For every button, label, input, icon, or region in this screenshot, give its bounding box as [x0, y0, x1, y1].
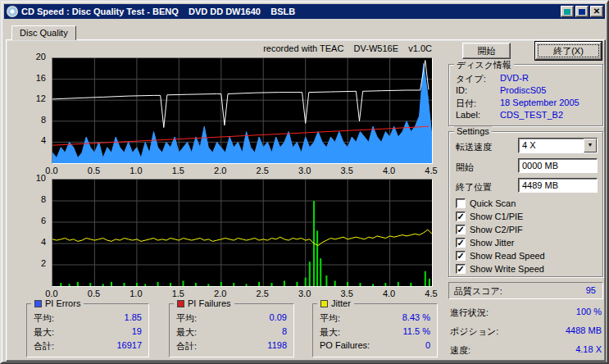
- x-tick-label: 3.5: [340, 289, 352, 298]
- x-tick-label: 3.0: [298, 289, 311, 298]
- stat-label: 合計:: [34, 340, 54, 354]
- pi-errors-legend-icon: [34, 300, 42, 307]
- speed-select[interactable]: 4 X ▼: [518, 138, 598, 153]
- stat-value: 16917: [116, 340, 142, 354]
- disc-type-label: タイプ:: [456, 73, 486, 85]
- stat-row: PO Failures:0: [313, 340, 437, 354]
- maximize-icon: [579, 9, 585, 15]
- checkbox-quick-scan[interactable]: Quick Scan: [456, 198, 516, 208]
- tab-label: Disc Quality: [20, 28, 68, 38]
- y-tick-label: 2: [41, 258, 46, 268]
- y-tick-label: 16: [36, 73, 46, 83]
- x-tick-label: 4.0: [383, 289, 395, 298]
- stat-legend-label: PI Failures: [188, 298, 231, 308]
- stat-value: 8.43 %: [402, 312, 430, 326]
- checkbox-label: Quick Scan: [470, 198, 516, 208]
- checkbox-box[interactable]: ✓: [456, 251, 466, 261]
- checkbox-box[interactable]: ✓: [456, 225, 466, 234]
- position-value: 4488 MB: [566, 325, 602, 338]
- recorded-with-text: recorded with TEAC DV-W516E v1.0C: [52, 43, 432, 53]
- stat-value: 1198: [267, 340, 287, 354]
- minimize-button[interactable]: [561, 6, 574, 17]
- checkbox-show-jitter[interactable]: ✓ Show Jitter: [456, 237, 514, 248]
- x-tick-label: 1.5: [172, 166, 184, 175]
- progress-row: 進行状況: 100 %: [450, 307, 602, 319]
- end-position-input[interactable]: 4489 MB: [518, 178, 598, 193]
- checkbox-label: Show Jitter: [470, 238, 514, 248]
- checkbox-show-c1-pie[interactable]: ✓ Show C1/PIE: [456, 211, 523, 221]
- speed-row: 速度: 4.18 X: [450, 344, 602, 357]
- stat-row: 最大:11.5 %: [313, 326, 437, 340]
- jitter-legend-icon: [320, 300, 328, 307]
- speed-value: 4.18 X: [575, 344, 602, 357]
- tab-disc-quality[interactable]: Disc Quality: [11, 25, 76, 40]
- checkmark-icon: ✓: [457, 265, 464, 273]
- x-tick-label: 1.0: [130, 289, 142, 298]
- close-button[interactable]: ✕: [590, 6, 603, 17]
- app-icon: [7, 6, 18, 17]
- x-tick-label: 2.5: [257, 166, 269, 175]
- stat-box-jitter: Jitter 平均:8.43 % 最大:11.5 % PO Failures:0: [312, 303, 438, 357]
- y-tick-label: 12: [36, 94, 46, 104]
- disc-info-group-title: ディスク情報: [454, 59, 514, 71]
- checkbox-show-c2-pif[interactable]: ✓ Show C2/PIF: [456, 224, 523, 234]
- y-tick-label: 8: [41, 194, 46, 204]
- y-tick-label: 20: [36, 52, 46, 61]
- disc-label-label: Label:: [456, 110, 480, 120]
- stat-legend: PI Failures: [174, 298, 234, 308]
- stat-box-pi-errors: PI Errors 平均:1.85 最大:19 合計:16917: [26, 303, 149, 357]
- title-bar[interactable]: CD Speed : Disc Quality Test - BENQ DVD …: [4, 4, 605, 19]
- start-button-label: 開始: [465, 45, 508, 57]
- x-tick-label: 1.5: [172, 289, 184, 298]
- app-window: CD Speed : Disc Quality Test - BENQ DVD …: [0, 0, 609, 364]
- progress-value: 100 %: [576, 307, 602, 319]
- stat-legend-label: PI Errors: [45, 298, 80, 308]
- x-tick-label: 0.0: [45, 289, 57, 298]
- checkbox-show-read-speed[interactable]: ✓ Show Read Speed: [456, 250, 545, 261]
- x-tick-label: 1.0: [130, 166, 142, 175]
- x-tick-label: 0.0: [45, 166, 57, 175]
- x-tick-label: 0.5: [88, 289, 100, 298]
- stat-value: 1.85: [125, 312, 142, 326]
- checkbox-box[interactable]: [456, 198, 466, 208]
- quality-score-value: 95: [586, 285, 596, 295]
- checkbox-show-write-speed[interactable]: ✓ Show Write Speed: [456, 263, 544, 274]
- quality-score-box: 品質スコア: 95: [448, 282, 603, 299]
- checkmark-icon: ✓: [457, 239, 464, 247]
- exit-button[interactable]: 終了(X): [535, 42, 602, 60]
- checkbox-box[interactable]: ✓: [456, 212, 466, 221]
- window-controls: ✕: [561, 6, 603, 17]
- checkbox-label: Show C2/PIF: [470, 225, 523, 234]
- x-axis-labels: 0.00.51.01.52.02.53.03.54.04.5: [52, 166, 431, 175]
- y-axis-labels: 108642: [26, 179, 49, 285]
- x-tick-label: 2.0: [214, 166, 226, 175]
- minimize-icon: [564, 9, 570, 15]
- disc-id-label: ID:: [456, 85, 467, 95]
- start-button[interactable]: 開始: [462, 43, 511, 59]
- checkbox-label: Show C1/PIE: [470, 212, 523, 221]
- stat-row: 平均:8.43 %: [313, 312, 437, 326]
- disc-label-value: CDS_TEST_B2: [500, 110, 563, 120]
- stat-row: 平均:0.09: [170, 312, 293, 326]
- stat-legend-label: Jitter: [331, 298, 351, 308]
- stat-row: 平均:1.85: [27, 312, 148, 326]
- x-tick-label: 4.5: [425, 166, 437, 175]
- progress-label: 進行状況:: [450, 307, 489, 319]
- stat-value: 8: [282, 326, 287, 340]
- start-position-input[interactable]: 0000 MB: [518, 158, 598, 173]
- stat-box-pi-failures: PI Failures 平均:0.09 最大:8 合計:1198: [169, 303, 294, 357]
- stat-value: 19: [132, 326, 142, 340]
- checkbox-box[interactable]: ✓: [456, 264, 466, 274]
- stat-legend: PI Errors: [31, 298, 84, 308]
- stat-value: 0.09: [270, 312, 287, 326]
- stat-label: 平均:: [176, 312, 197, 326]
- jitter-plot: [52, 179, 433, 287]
- checkbox-box[interactable]: ✓: [456, 238, 466, 248]
- x-tick-label: 2.0: [214, 289, 226, 298]
- checkmark-icon: ✓: [457, 252, 464, 260]
- speed-select-dropdown-button[interactable]: ▼: [584, 139, 597, 152]
- stat-row: 最大:19: [27, 326, 148, 340]
- checkmark-icon: ✓: [457, 225, 464, 234]
- maximize-button[interactable]: [575, 6, 589, 17]
- y-tick-label: 6: [41, 216, 46, 225]
